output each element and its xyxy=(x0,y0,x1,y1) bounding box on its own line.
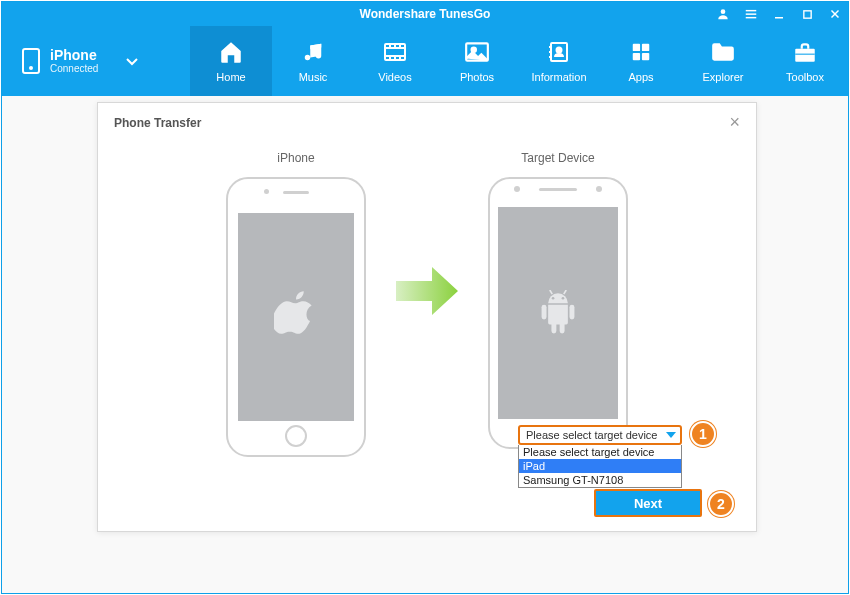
source-label: iPhone xyxy=(277,151,314,165)
device-info: iPhone Connected xyxy=(50,48,98,74)
nav-label: Home xyxy=(216,71,245,83)
annotation-badge-1: 1 xyxy=(690,421,716,447)
user-icon[interactable] xyxy=(716,7,730,21)
app-window: Wondershare TunesGo iPhone Connec xyxy=(1,1,849,594)
nav-music[interactable]: Music xyxy=(272,26,354,96)
modal-close-icon[interactable]: × xyxy=(729,112,740,133)
dropdown-option[interactable]: Please select target device xyxy=(519,445,681,459)
nav-videos[interactable]: Videos xyxy=(354,26,436,96)
menu-icon[interactable] xyxy=(744,7,758,21)
svg-point-32 xyxy=(552,297,555,300)
iphone-screen xyxy=(238,213,354,421)
nav-apps[interactable]: Apps xyxy=(600,26,682,96)
nav-label: Photos xyxy=(460,71,494,83)
toolbox-icon xyxy=(792,39,818,65)
modal-header: Phone Transfer × xyxy=(98,103,756,143)
nav-items: Home Music Videos Photos Information App… xyxy=(190,26,846,96)
device-selector[interactable]: iPhone Connected xyxy=(2,26,190,96)
nav-toolbox[interactable]: Toolbox xyxy=(764,26,846,96)
dropdown-selected-text: Please select target device xyxy=(526,429,662,441)
modal-title: Phone Transfer xyxy=(114,116,201,130)
android-icon xyxy=(538,290,578,336)
target-label: Target Device xyxy=(521,151,594,165)
device-status: Connected xyxy=(50,63,98,74)
close-icon[interactable] xyxy=(828,7,842,21)
nav-label: Videos xyxy=(378,71,411,83)
nav-label: Information xyxy=(531,71,586,83)
chevron-down-icon xyxy=(666,432,676,438)
photos-icon xyxy=(464,39,490,65)
dropdown-option[interactable]: Samsung GT-N7108 xyxy=(519,473,681,487)
svg-rect-4 xyxy=(775,17,783,19)
svg-rect-24 xyxy=(633,44,640,51)
app-title: Wondershare TunesGo xyxy=(360,7,491,21)
svg-rect-31 xyxy=(570,305,575,320)
nav-home[interactable]: Home xyxy=(190,26,272,96)
nav-bar: iPhone Connected Home Music Videos xyxy=(2,26,848,96)
title-bar: Wondershare TunesGo xyxy=(2,2,848,26)
maximize-icon[interactable] xyxy=(800,7,814,21)
phone-icon xyxy=(22,48,40,74)
dropdown-selected[interactable]: Please select target device xyxy=(518,425,682,445)
home-icon xyxy=(218,39,244,65)
contacts-icon xyxy=(546,39,572,65)
nav-label: Apps xyxy=(628,71,653,83)
nav-information[interactable]: Information xyxy=(518,26,600,96)
svg-rect-27 xyxy=(642,53,649,60)
next-button[interactable]: Next xyxy=(594,489,702,517)
nav-label: Music xyxy=(299,71,328,83)
iphone-device xyxy=(226,177,366,457)
nav-explorer[interactable]: Explorer xyxy=(682,26,764,96)
svg-rect-28 xyxy=(795,49,815,62)
dropdown-option[interactable]: iPad xyxy=(519,459,681,473)
annotation-badge-2: 2 xyxy=(708,491,734,517)
svg-rect-25 xyxy=(642,44,649,51)
content-area: Phone Transfer × iPhone xyxy=(2,96,848,593)
arrow-right-icon xyxy=(392,263,462,319)
svg-rect-26 xyxy=(633,53,640,60)
svg-point-20 xyxy=(557,48,562,53)
android-screen xyxy=(498,207,618,419)
svg-rect-3 xyxy=(746,17,757,18)
apple-icon xyxy=(274,291,318,343)
svg-point-0 xyxy=(721,9,726,14)
folder-icon xyxy=(710,39,736,65)
svg-rect-1 xyxy=(746,10,757,11)
svg-line-34 xyxy=(550,290,552,294)
apps-icon xyxy=(628,39,654,65)
minimize-icon[interactable] xyxy=(772,7,786,21)
next-button-label: Next xyxy=(634,496,662,511)
video-icon xyxy=(382,39,408,65)
transfer-area: iPhone Target D xyxy=(98,143,756,457)
window-controls xyxy=(716,7,842,21)
chevron-down-icon xyxy=(126,52,138,70)
music-icon xyxy=(300,39,326,65)
nav-photos[interactable]: Photos xyxy=(436,26,518,96)
svg-rect-30 xyxy=(542,305,547,320)
target-column: Target Device xyxy=(488,151,628,449)
transfer-arrow xyxy=(392,151,462,431)
phone-transfer-modal: Phone Transfer × iPhone xyxy=(97,102,757,532)
svg-rect-5 xyxy=(803,10,810,17)
android-device xyxy=(488,177,628,449)
nav-label: Explorer xyxy=(703,71,744,83)
svg-rect-2 xyxy=(746,13,757,14)
nav-label: Toolbox xyxy=(786,71,824,83)
target-device-dropdown: Please select target device Please selec… xyxy=(518,425,682,488)
source-column: iPhone xyxy=(226,151,366,457)
device-name: iPhone xyxy=(50,48,98,63)
svg-line-35 xyxy=(564,290,566,294)
dropdown-list: Please select target device iPad Samsung… xyxy=(518,445,682,488)
svg-point-33 xyxy=(562,297,565,300)
